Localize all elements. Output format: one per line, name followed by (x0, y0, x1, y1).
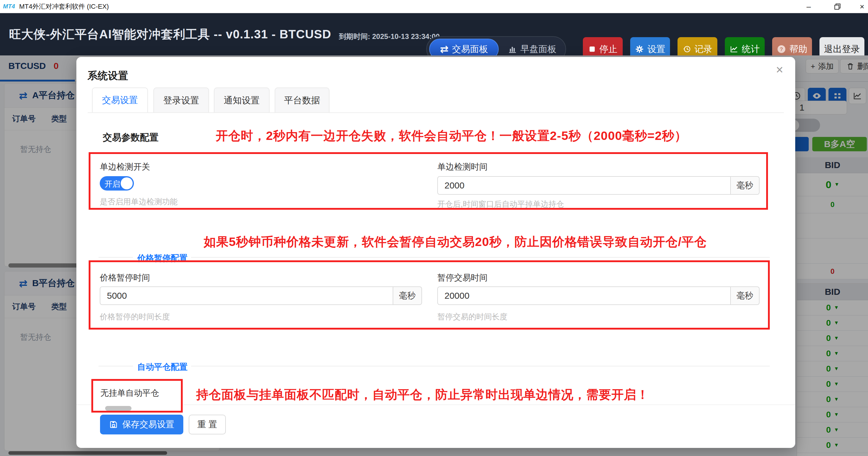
bar-chart-icon (508, 44, 517, 54)
annotation-price-stale: 如果5秒钟币种价格未更新，软件会暂停自动交易20秒，防止因价格错误导致自动开仓/… (204, 234, 707, 250)
tab-login-settings[interactable]: 登录设置 (153, 88, 209, 113)
divider-line (191, 257, 770, 258)
divider-line (98, 366, 133, 366)
tab-trade-panel-label: 交易面板 (452, 43, 488, 55)
side-time-label: 单边检测时间 (437, 161, 488, 173)
close-window-button[interactable]: × (856, 0, 868, 13)
tab-morning-panel-label: 早盘面板 (521, 43, 557, 55)
stop-label: 停止 (600, 43, 618, 55)
minimize-button[interactable]: – (800, 0, 817, 13)
reset-button[interactable]: 重 置 (189, 415, 226, 434)
annotation-open-fail: 开仓时，2秒内有一边开仓失败，软件会自动平仓！一般设置2-5秒（2000毫秒=2… (216, 128, 687, 144)
side-time-input-group: 毫秒 (437, 176, 760, 195)
save-label: 保存交易设置 (122, 419, 174, 430)
logout-label: 退出登录 (824, 43, 860, 55)
maximize-icon (834, 3, 841, 10)
trade-pause-unit: 毫秒 (731, 286, 760, 305)
os-titlebar: MT4 MT4外汇对冲套利软件 (IC-EX) (0, 0, 868, 13)
stop-icon (588, 45, 596, 53)
trade-pause-label: 暂停交易时间 (437, 272, 488, 283)
history-icon (683, 45, 691, 53)
divider-auto-close: 自动平仓配置 (137, 361, 187, 373)
save-trade-settings-button[interactable]: 保存交易设置 (100, 415, 183, 434)
side-switch-helper: 是否启用单边检测功能 (100, 196, 178, 207)
price-pause-input-group: 毫秒 (100, 286, 422, 305)
annotation-panel-mismatch: 持仓面板与挂单面板不匹配时，自动平仓，防止异常时出现单边情况，需要开启！ (196, 387, 649, 403)
tab-morning-panel[interactable]: 早盘面板 (499, 43, 565, 55)
no-pending-toggle[interactable] (105, 406, 131, 411)
side-switch-label: 单边检测开关 (100, 161, 150, 173)
swap-icon: ⇄ (440, 43, 449, 55)
trade-pause-input-group: 毫秒 (437, 286, 760, 305)
trade-pause-input[interactable] (437, 286, 731, 305)
records-label: 记录 (694, 43, 713, 55)
help-label: 帮助 (789, 43, 807, 55)
system-settings-modal: 系统设置 × 交易设置 登录设置 通知设置 平台数据 交易参数配置 开仓时，2秒… (76, 57, 795, 448)
side-time-input[interactable] (437, 176, 731, 195)
settings-label: 设置 (648, 43, 665, 55)
trade-pause-helper: 暂停交易的时间长度 (437, 312, 507, 322)
app-title-block: 旺大侠-外汇平台AI智能对冲套利工具 -- v0.1.31 - BTCUSD 到… (9, 13, 440, 55)
highlight-box-no-pending: 无挂单自动平仓 (91, 379, 183, 413)
line-chart-icon (730, 45, 738, 53)
no-pending-label: 无挂单自动平仓 (100, 387, 159, 399)
maximize-button[interactable] (829, 0, 846, 13)
toggle-knob (121, 177, 133, 189)
divider-line (98, 257, 133, 258)
footer-divider (76, 404, 795, 405)
price-pause-helper: 价格暂停的时间长度 (100, 312, 170, 322)
side-time-helper: 开仓后,时间窗口后自动平掉单边持仓 (437, 199, 564, 209)
toggle-on-label: 开启 (104, 179, 120, 189)
reset-label: 重 置 (197, 419, 217, 430)
price-pause-unit: 毫秒 (393, 286, 422, 305)
tab-notify-settings[interactable]: 通知设置 (214, 88, 270, 113)
app-header: 旺大侠-外汇平台AI智能对冲套利工具 -- v0.1.31 - BTCUSD 到… (0, 13, 868, 55)
section-title-trade-params: 交易参数配置 (103, 131, 158, 144)
gear-icon (635, 44, 644, 54)
window-title: MT4外汇对冲套利软件 (IC-EX) (19, 2, 109, 11)
save-icon (109, 420, 118, 429)
price-pause-input[interactable] (100, 286, 393, 305)
tab-platform-data[interactable]: 平台数据 (275, 88, 330, 113)
mt4-logo-icon: MT4 (3, 3, 15, 10)
modal-close-icon[interactable]: × (776, 63, 783, 76)
price-pause-label: 价格暂停时间 (100, 272, 150, 283)
divider-line (191, 366, 770, 366)
question-icon: ? (777, 44, 786, 54)
tab-trade-settings[interactable]: 交易设置 (92, 88, 148, 113)
side-switch-toggle[interactable]: 开启 (100, 176, 134, 190)
svg-text:?: ? (780, 47, 783, 52)
side-time-unit: 毫秒 (731, 176, 760, 195)
modal-title: 系统设置 (88, 69, 128, 83)
app-window: MT4 MT4外汇对冲套利软件 (IC-EX) – × 旺大侠-外汇平台AI智能… (0, 0, 868, 456)
stats-label: 统计 (742, 43, 760, 55)
expiry-time: 到期时间: 2025-10-13 23:34:00 (339, 32, 440, 41)
app-title: 旺大侠-外汇平台AI智能对冲套利工具 -- v0.1.31 - BTCUSD (9, 26, 331, 42)
tabs-bottom-border (88, 112, 784, 113)
